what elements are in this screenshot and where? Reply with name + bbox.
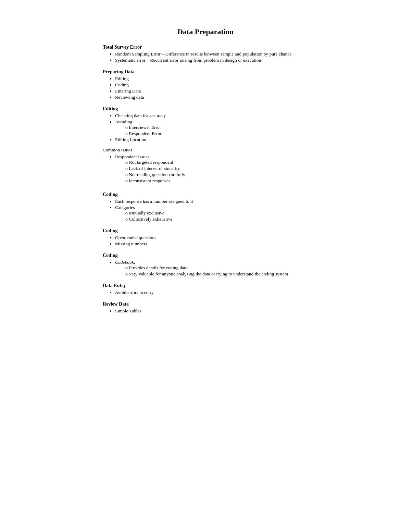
avoiding-sublist: Interviewer Error Respondent Error xyxy=(125,125,308,136)
section-editing: Editing Checking data for accuracy Avoid… xyxy=(103,106,308,184)
section-review-data: Review Data Simple Tables xyxy=(103,301,308,314)
page-title: Data Preparation xyxy=(103,27,308,36)
section-coding-1: Coding Each response has a number assign… xyxy=(103,192,308,222)
section-list-coding-3: Codebook: Provides details for coding da… xyxy=(115,260,308,277)
section-heading-editing: Editing xyxy=(103,106,308,112)
section-list-review-data: Simple Tables xyxy=(115,308,308,314)
list-item: Respondent Issues Not targeted responden… xyxy=(115,154,308,184)
list-item: Provides details for coding data xyxy=(125,265,308,271)
section-preparing-data: Preparing Data Editing Coding Entering D… xyxy=(103,69,308,100)
section-heading-total-survey-error: Total Survey Error xyxy=(103,45,308,50)
section-list-coding-1: Each response has a number assigned to i… xyxy=(115,199,308,222)
categories-label: Categories xyxy=(115,205,135,210)
section-heading-data-entry: Data Entry xyxy=(103,283,308,288)
list-item: Avoiding Interviewer Error Respondent Er… xyxy=(115,119,308,136)
section-coding-3: Coding Codebook: Provides details for co… xyxy=(103,253,308,277)
section-list-coding-2: Open-ended questions Missing numbers xyxy=(115,235,308,247)
section-list-editing: Checking data for accuracy Avoiding Inte… xyxy=(115,113,308,143)
section-heading-coding-2: Coding xyxy=(103,228,308,234)
list-item: Simple Tables xyxy=(115,308,308,314)
section-data-entry: Data Entry Avoid errors in entry xyxy=(103,283,308,295)
list-item: Each response has a number assigned to i… xyxy=(115,199,308,204)
list-item: Not reading question carefully xyxy=(125,172,308,177)
list-item: Open-ended questions xyxy=(115,235,308,240)
list-item: Coding xyxy=(115,82,308,88)
list-item: Systematic error – Recurrent error arisi… xyxy=(115,58,308,63)
list-item: Collectively exhaustive xyxy=(125,216,308,222)
section-list-preparing-data: Editing Coding Entering Data Reviewing d… xyxy=(115,76,308,100)
section-list-total-survey-error: Random Sampling Error – Difference in re… xyxy=(115,51,308,63)
list-item: Categories Mutually exclusive Collective… xyxy=(115,205,308,222)
list-item: Lack of interest or sincerity xyxy=(125,166,308,171)
codebook-sublist: Provides details for coding data Very va… xyxy=(125,265,308,277)
codebook-colon: : xyxy=(134,260,135,265)
list-item: Avoid errors in entry xyxy=(115,290,308,295)
list-item: Interviewer Error xyxy=(125,125,308,130)
section-list-data-entry: Avoid errors in entry xyxy=(115,290,308,295)
page-container: Data Preparation Total Survey Error Rand… xyxy=(68,0,342,343)
list-item: Respondent Error xyxy=(125,131,308,136)
respondent-issues-label: Respondent Issues xyxy=(115,154,149,159)
list-item: Codebook: Provides details for coding da… xyxy=(115,260,308,277)
list-item: Editing xyxy=(115,76,308,82)
section-heading-review-data: Review Data xyxy=(103,301,308,307)
list-item: Mutually exclusive xyxy=(125,210,308,216)
section-total-survey-error: Total Survey Error Random Sampling Error… xyxy=(103,45,308,63)
list-item: Checking data for accuracy xyxy=(115,113,308,119)
section-heading-coding-1: Coding xyxy=(103,192,308,197)
codebook-italic: Codebook xyxy=(115,260,134,265)
list-item: Random Sampling Error – Difference in re… xyxy=(115,51,308,57)
common-issues-label: Common issues xyxy=(103,147,308,153)
list-item: Editing Location xyxy=(115,137,308,143)
section-heading-preparing-data: Preparing Data xyxy=(103,69,308,75)
list-item: Reviewing data xyxy=(115,95,308,100)
avoiding-label: Avoiding xyxy=(115,119,132,124)
common-issues-list: Respondent Issues Not targeted responden… xyxy=(115,154,308,184)
list-item: Very valuable for anyone analyzing the d… xyxy=(125,271,308,277)
list-item: Not targeted respondent xyxy=(125,160,308,165)
respondent-issues-sublist: Not targeted respondent Lack of interest… xyxy=(125,160,308,184)
categories-sublist: Mutually exclusive Collectively exhausti… xyxy=(125,210,308,222)
list-item: Missing numbers xyxy=(115,241,308,247)
list-item: Inconsistent responses xyxy=(125,178,308,184)
list-item: Entering Data xyxy=(115,88,308,94)
section-heading-coding-3: Coding xyxy=(103,253,308,258)
section-coding-2: Coding Open-ended questions Missing numb… xyxy=(103,228,308,247)
